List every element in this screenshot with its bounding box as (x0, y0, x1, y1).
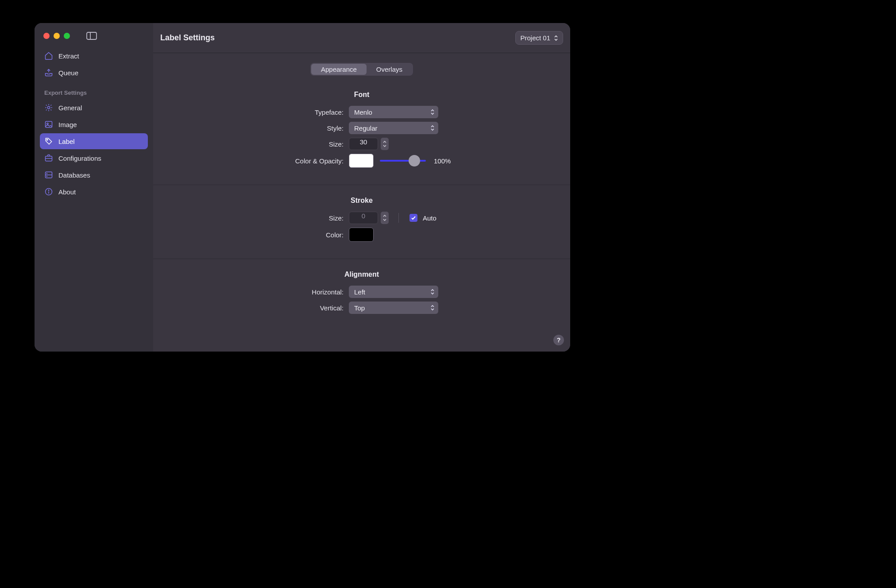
font-size-stepper[interactable] (381, 138, 389, 150)
sidebar-section-heading: Export Settings (40, 81, 148, 99)
section-heading: Alignment (153, 271, 570, 279)
font-opacity-value: 100% (434, 157, 451, 165)
briefcase-icon (44, 154, 53, 162)
slider-thumb[interactable] (409, 155, 420, 166)
chevron-up-down-icon (430, 305, 435, 311)
sidebar-item-label: General (58, 104, 82, 112)
svg-point-2 (47, 106, 50, 108)
sidebar-item-label: Databases (58, 171, 90, 179)
main-content: Label Settings Project 01 Appearance Ove… (153, 23, 570, 352)
image-icon (44, 120, 53, 129)
divider (398, 213, 399, 223)
typeface-select[interactable]: Menlo (349, 106, 438, 118)
svg-rect-0 (87, 32, 97, 39)
home-icon (44, 51, 53, 60)
sidebar-item-label: Image (58, 121, 77, 128)
stroke-auto-checkbox[interactable] (409, 214, 417, 222)
sidebar-item-general[interactable]: General (40, 100, 148, 116)
svg-point-13 (48, 190, 49, 190)
sidebar-item-label: Queue (58, 69, 78, 77)
svg-rect-3 (46, 121, 52, 127)
tray-up-icon (44, 68, 53, 77)
toggle-sidebar-icon[interactable] (86, 32, 97, 40)
sidebar: Extract Queue Export Settings General Im… (35, 23, 153, 352)
font-opacity-slider[interactable] (380, 156, 426, 165)
style-label: Style: (153, 124, 344, 132)
typeface-label: Typeface: (153, 108, 344, 116)
sidebar-item-label: About (58, 188, 76, 196)
chevron-up-down-icon (430, 125, 435, 131)
tag-icon (44, 137, 53, 146)
help-button[interactable]: ? (553, 335, 564, 345)
section-font: Font Typeface: Menlo Style: Regular (153, 79, 570, 185)
tab-overlays[interactable]: Overlays (367, 64, 412, 75)
chevron-up-down-icon (554, 35, 558, 41)
titlebar: Label Settings Project 01 (153, 23, 570, 53)
stroke-color-label: Color: (153, 231, 344, 239)
svg-point-10 (46, 176, 47, 177)
minimize-window-button[interactable] (54, 33, 60, 39)
info-icon (44, 187, 53, 196)
sidebar-item-label: Configurations (58, 155, 101, 162)
page-title: Label Settings (160, 33, 215, 43)
sidebar-item-configurations[interactable]: Configurations (40, 150, 148, 166)
window-controls (40, 29, 148, 48)
chevron-up-down-icon (430, 109, 435, 115)
tabs-segmented: Appearance Overlays (310, 63, 413, 76)
style-select[interactable]: Regular (349, 122, 438, 134)
style-value: Regular (354, 124, 378, 132)
database-icon (44, 170, 53, 179)
sidebar-item-label[interactable]: Label (40, 133, 148, 149)
section-heading: Font (153, 91, 570, 99)
stroke-color-swatch[interactable] (349, 228, 374, 242)
vertical-value: Top (354, 304, 365, 312)
stroke-size-input: 0 (349, 212, 378, 224)
svg-point-4 (47, 123, 48, 124)
app-window: Extract Queue Export Settings General Im… (35, 23, 570, 352)
font-size-label: Size: (153, 140, 344, 148)
stroke-size-label: Size: (153, 214, 344, 222)
sidebar-item-label: Extract (58, 52, 79, 60)
sidebar-item-label-text: Label (58, 138, 75, 145)
font-size-input[interactable]: 30 (349, 138, 378, 150)
content-area: Appearance Overlays Font Typeface: Menlo… (153, 53, 570, 352)
section-stroke: Stroke Size: 0 Auto Color: (153, 185, 570, 259)
chevron-up-down-icon (430, 289, 435, 295)
sidebar-item-about[interactable]: About (40, 184, 148, 200)
fullscreen-window-button[interactable] (64, 33, 70, 39)
stroke-auto-label: Auto (423, 214, 436, 222)
sidebar-item-queue[interactable]: Queue (40, 65, 148, 81)
sidebar-item-image[interactable]: Image (40, 116, 148, 132)
gear-icon (44, 103, 53, 112)
svg-point-9 (46, 173, 47, 174)
sidebar-nav: Extract Queue Export Settings General Im… (40, 48, 148, 200)
section-heading: Stroke (153, 197, 570, 205)
project-label: Project 01 (520, 34, 550, 42)
svg-point-5 (47, 139, 48, 140)
tab-appearance[interactable]: Appearance (311, 64, 367, 75)
horizontal-value: Left (354, 288, 365, 296)
close-window-button[interactable] (43, 33, 50, 39)
vertical-label: Vertical: (153, 304, 344, 312)
typeface-value: Menlo (354, 108, 372, 116)
font-color-swatch[interactable] (349, 154, 374, 168)
color-opacity-label: Color & Opacity: (153, 157, 344, 165)
horizontal-align-select[interactable]: Left (349, 286, 438, 298)
project-selector[interactable]: Project 01 (515, 31, 563, 45)
tabs-wrap: Appearance Overlays (153, 53, 570, 79)
vertical-align-select[interactable]: Top (349, 302, 438, 314)
horizontal-label: Horizontal: (153, 288, 344, 296)
stroke-size-stepper (381, 212, 389, 224)
section-alignment: Alignment Horizontal: Left Vertical: Top (153, 259, 570, 331)
sidebar-item-extract[interactable]: Extract (40, 48, 148, 64)
sidebar-item-databases[interactable]: Databases (40, 167, 148, 183)
